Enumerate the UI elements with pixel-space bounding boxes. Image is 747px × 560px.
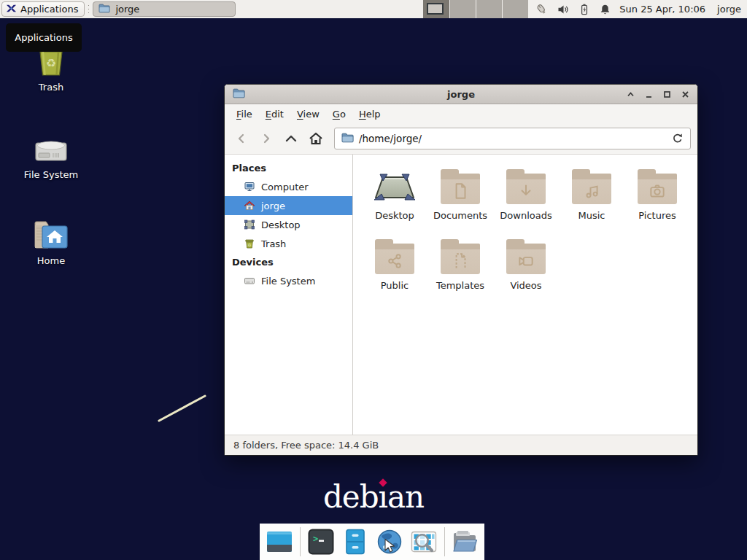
toolbar: /home/jorge/ <box>225 123 697 154</box>
show-desktop-icon[interactable] <box>266 528 293 556</box>
file-item-label: Desktop <box>375 210 414 221</box>
system-tray <box>535 4 611 15</box>
sidebar-item-label: Desktop <box>261 219 301 230</box>
sidebar-item-label: Trash <box>261 238 286 249</box>
volume-icon[interactable] <box>557 4 569 15</box>
sidebar-item-label: File System <box>261 276 315 287</box>
file-item-label: Downloads <box>500 210 551 221</box>
workspace-1[interactable] <box>423 0 449 18</box>
applications-tooltip-text: Applications <box>15 32 72 43</box>
file-item-templates[interactable]: Templates <box>427 235 493 305</box>
dock-separator <box>444 527 445 556</box>
sidebar: Places Computer jorge <box>225 155 353 435</box>
computer-icon <box>243 181 255 192</box>
applications-menu-button[interactable]: Applications <box>1 1 85 17</box>
top-panel: Applications jorge <box>0 0 747 18</box>
status-text: 8 folders, Free space: 14.4 GiB <box>233 440 379 451</box>
file-manager-window: jorge File Edit View Go Help <box>224 84 698 456</box>
bottom-dock: > <box>260 524 484 560</box>
panel-username[interactable]: jorge <box>717 4 741 15</box>
taskbar-window-label: jorge <box>115 4 139 15</box>
dock-separator <box>300 527 301 556</box>
menu-go[interactable]: Go <box>326 106 352 122</box>
sidebar-item-label: jorge <box>261 201 285 211</box>
workspace-4[interactable] <box>502 0 528 18</box>
workspace-switcher <box>423 0 528 18</box>
directory-menu-icon[interactable] <box>451 528 479 556</box>
reload-icon[interactable] <box>672 133 684 144</box>
home-button[interactable] <box>306 128 326 149</box>
menu-view[interactable]: View <box>290 106 326 122</box>
panel-handle[interactable] <box>87 4 90 15</box>
path-folder-icon <box>341 132 354 145</box>
file-item-label: Templates <box>436 280 484 291</box>
file-item-label: Pictures <box>638 210 676 221</box>
taskbar-window-button[interactable]: jorge <box>93 1 236 17</box>
downloads-folder-icon <box>506 174 546 204</box>
path-bar[interactable]: /home/jorge/ <box>334 128 691 149</box>
music-folder-icon <box>572 174 611 204</box>
sidebar-item-jorge[interactable]: jorge <box>225 196 352 215</box>
close-button[interactable] <box>681 90 689 98</box>
workspace-3[interactable] <box>476 0 502 18</box>
menu-edit[interactable]: Edit <box>259 106 290 122</box>
forward-button[interactable] <box>256 128 276 149</box>
file-item-downloads[interactable]: Downloads <box>493 165 559 235</box>
videos-folder-icon <box>506 244 546 274</box>
desktop-icon-file-system[interactable]: File System <box>15 128 88 180</box>
harddrive-icon <box>15 128 88 165</box>
sidebar-header-places: Places <box>225 159 352 177</box>
battery-charging-icon[interactable] <box>578 4 590 15</box>
desktop-icon-home[interactable]: Home <box>15 214 88 266</box>
status-bar: 8 folders, Free space: 14.4 GiB <box>225 435 697 455</box>
path-text[interactable]: /home/jorge/ <box>359 133 422 144</box>
workspace-2[interactable] <box>449 0 476 18</box>
svg-text:♻: ♻ <box>46 56 56 70</box>
menu-file[interactable]: File <box>230 106 259 122</box>
up-button[interactable] <box>281 128 301 149</box>
maximize-button[interactable] <box>663 90 671 98</box>
file-cabinet-icon[interactable] <box>341 528 369 556</box>
sidebar-item-desktop[interactable]: Desktop <box>225 215 352 234</box>
debian-logo-text: debıan <box>0 479 747 515</box>
sidebar-item-trash[interactable]: ♻ Trash <box>225 234 352 253</box>
pictures-folder-icon <box>638 174 677 204</box>
file-item-desktop[interactable]: Desktop <box>362 165 427 235</box>
svg-text:>: > <box>313 534 318 544</box>
minimize-button[interactable] <box>645 90 653 98</box>
window-titlebar[interactable]: jorge <box>225 85 697 104</box>
file-item-music[interactable]: Music <box>559 165 624 235</box>
menu-bar: File Edit View Go Help <box>225 104 697 123</box>
applications-tooltip: Applications <box>6 23 82 52</box>
user-home-icon <box>243 200 255 211</box>
home-folder-icon <box>15 214 88 251</box>
applications-menu-label: Applications <box>20 4 78 15</box>
back-button[interactable] <box>231 128 252 149</box>
svg-text:♻: ♻ <box>247 243 251 247</box>
file-item-documents[interactable]: Documents <box>427 165 493 235</box>
workspace-window-thumb <box>427 3 444 15</box>
pointer-device-icon[interactable] <box>535 4 548 15</box>
documents-folder-icon <box>441 174 480 204</box>
sidebar-item-file-system[interactable]: File System <box>225 271 352 290</box>
web-browser-icon[interactable] <box>376 528 403 556</box>
desktop-icon-label: Trash <box>15 82 88 93</box>
desktop-icon-label: File System <box>15 169 88 180</box>
shade-button[interactable] <box>627 90 635 98</box>
file-item-pictures[interactable]: Pictures <box>624 165 690 235</box>
menu-help[interactable]: Help <box>352 106 387 122</box>
file-item-label: Documents <box>433 210 487 221</box>
window-content: Places Computer jorge <box>225 154 697 435</box>
application-finder-icon[interactable] <box>410 528 438 556</box>
file-item-videos[interactable]: Videos <box>493 235 559 305</box>
terminal-icon[interactable]: > <box>307 528 335 556</box>
panel-clock[interactable]: Sun 25 Apr, 10:06 <box>619 4 705 15</box>
notifications-bell-icon[interactable] <box>600 4 611 15</box>
file-item-label: Public <box>381 280 409 291</box>
trash-small-icon: ♻ <box>243 238 255 249</box>
file-item-public[interactable]: Public <box>362 235 427 305</box>
desktop-screen: Applications jorge <box>0 0 747 560</box>
desktop-icon <box>243 219 255 230</box>
taskbar-folder-icon <box>98 3 110 15</box>
sidebar-item-computer[interactable]: Computer <box>225 177 352 196</box>
